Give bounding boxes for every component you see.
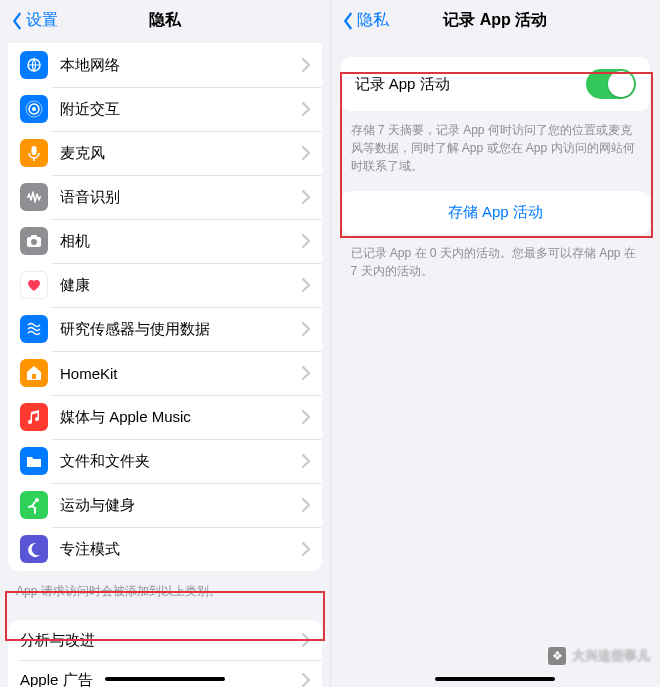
row-label: 麦克风	[60, 144, 302, 163]
nearby-icon	[20, 95, 48, 123]
camera-icon	[20, 227, 48, 255]
save-activity-button[interactable]: 存储 App 活动	[341, 191, 651, 234]
chevron-right-icon	[302, 454, 310, 468]
privacy-item-mic[interactable]: 麦克风	[8, 131, 322, 175]
action-note: 已记录 App 在 0 天内的活动。您最多可以存储 App 在 7 天内的活动。	[331, 238, 661, 286]
chevron-left-icon	[10, 12, 24, 30]
privacy-item-folder[interactable]: 文件和文件夹	[8, 439, 322, 483]
toggle-switch-on[interactable]	[586, 69, 636, 99]
svg-rect-7	[31, 235, 37, 238]
watermark: ❖ 大兴这些事儿	[548, 647, 650, 665]
privacy-item-globe[interactable]: 本地网络	[8, 43, 322, 87]
privacy-item-nearby[interactable]: 附近交互	[8, 87, 322, 131]
focus-icon	[20, 535, 48, 563]
chevron-right-icon	[302, 542, 310, 556]
page-title: 隐私	[149, 10, 181, 31]
home-indicator[interactable]	[105, 677, 225, 681]
wave-icon	[20, 183, 48, 211]
chevron-right-icon	[302, 102, 310, 116]
nav-bar: 设置 隐私	[0, 0, 330, 43]
privacy-item-music[interactable]: 媒体与 Apple Music	[8, 395, 322, 439]
row-label: 健康	[60, 276, 302, 295]
chevron-right-icon	[302, 410, 310, 424]
homekit-icon	[20, 359, 48, 387]
chevron-right-icon	[302, 190, 310, 204]
mic-icon	[20, 139, 48, 167]
back-button[interactable]: 隐私	[341, 10, 389, 31]
chevron-right-icon	[302, 58, 310, 72]
row-label: HomeKit	[60, 365, 302, 382]
privacy-item-fitness[interactable]: 运动与健身	[8, 483, 322, 527]
chevron-left-icon	[341, 12, 355, 30]
privacy-item-health[interactable]: 健康	[8, 263, 322, 307]
analytics-row-0[interactable]: 分析与改进	[8, 620, 322, 660]
chevron-right-icon	[302, 366, 310, 380]
phone-left: 设置 隐私 本地网络附近交互麦克风语音识别相机健康研究传感器与使用数据HomeK…	[0, 0, 331, 687]
fitness-icon	[20, 491, 48, 519]
svg-rect-8	[32, 374, 36, 379]
chevron-right-icon	[302, 322, 310, 336]
row-label: 专注模式	[60, 540, 302, 559]
privacy-item-focus[interactable]: 专注模式	[8, 527, 322, 571]
globe-icon	[20, 51, 48, 79]
row-label: 相机	[60, 232, 302, 251]
phone-right: 隐私 记录 App 活动 记录 App 活动 存储 7 天摘要，记录 App 何…	[331, 0, 661, 687]
chevron-right-icon	[302, 278, 310, 292]
svg-rect-4	[32, 146, 37, 155]
toggle-label: 记录 App 活动	[355, 75, 587, 94]
folder-icon	[20, 447, 48, 475]
toggle-note: 存储 7 天摘要，记录 App 何时访问了您的位置或麦克风等数据，同时了解 Ap…	[331, 115, 661, 177]
privacy-item-homekit[interactable]: HomeKit	[8, 351, 322, 395]
row-label: 运动与健身	[60, 496, 302, 515]
row-label: 附近交互	[60, 100, 302, 119]
nav-bar: 隐私 记录 App 活动	[331, 0, 661, 43]
chevron-right-icon	[302, 498, 310, 512]
back-label: 设置	[26, 10, 58, 31]
svg-point-6	[31, 239, 37, 245]
row-label: 分析与改进	[20, 631, 302, 650]
analytics-row-1[interactable]: Apple 广告	[8, 660, 322, 687]
action-group: 存储 App 活动	[341, 191, 651, 234]
row-label: 文件和文件夹	[60, 452, 302, 471]
svg-point-1	[32, 107, 36, 111]
row-label: 媒体与 Apple Music	[60, 408, 302, 427]
privacy-list: 本地网络附近交互麦克风语音识别相机健康研究传感器与使用数据HomeKit媒体与 …	[8, 43, 322, 571]
sensor-icon	[20, 315, 48, 343]
privacy-item-wave[interactable]: 语音识别	[8, 175, 322, 219]
row-label: 研究传感器与使用数据	[60, 320, 302, 339]
back-label: 隐私	[357, 10, 389, 31]
chevron-right-icon	[302, 633, 310, 647]
row-label: 本地网络	[60, 56, 302, 75]
chevron-right-icon	[302, 146, 310, 160]
watermark-text: 大兴这些事儿	[572, 647, 650, 665]
music-icon	[20, 403, 48, 431]
row-label: 语音识别	[60, 188, 302, 207]
wechat-icon: ❖	[548, 647, 566, 665]
back-button[interactable]: 设置	[10, 10, 58, 31]
privacy-item-camera[interactable]: 相机	[8, 219, 322, 263]
list-footer-note: App 请求访问时会被添加到以上类别。	[0, 577, 330, 614]
home-indicator[interactable]	[435, 677, 555, 681]
chevron-right-icon	[302, 234, 310, 248]
record-activity-toggle-row[interactable]: 记录 App 活动	[341, 57, 651, 111]
toggle-group: 记录 App 活动	[341, 57, 651, 111]
privacy-item-sensor[interactable]: 研究传感器与使用数据	[8, 307, 322, 351]
page-title: 记录 App 活动	[443, 10, 547, 31]
chevron-right-icon	[302, 673, 310, 687]
health-icon	[20, 271, 48, 299]
